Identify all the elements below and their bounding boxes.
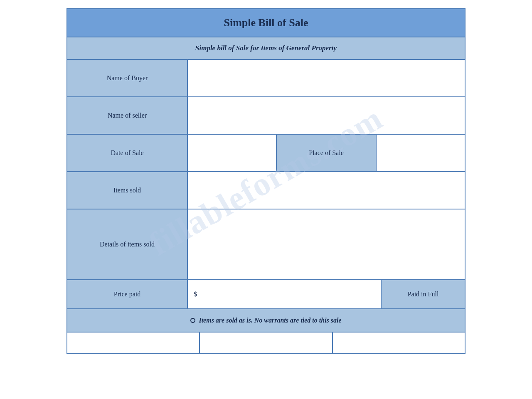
details-label-cell: Details of items sold <box>67 209 188 279</box>
signature-cell-1[interactable] <box>67 332 200 353</box>
date-input-cell[interactable] <box>188 135 277 171</box>
seller-input-cell[interactable] <box>188 97 465 134</box>
footer-notice-section: Items are sold as is. No warrants are ti… <box>67 309 465 332</box>
paid-full-label: Paid in Full <box>408 291 439 298</box>
buyer-label-cell: Name of Buyer <box>67 60 188 96</box>
items-label-cell: Items sold <box>67 172 188 209</box>
seller-label-cell: Name of seller <box>67 97 188 134</box>
place-input-cell[interactable] <box>377 135 465 171</box>
signature-cell-2[interactable] <box>200 332 332 353</box>
footer-notice-text: Items are sold as is. No warrants are ti… <box>199 317 341 324</box>
bill-of-sale-form: fillableforms.com Simple Bill of Sale Si… <box>66 8 466 354</box>
date-label-cell: Date of Sale <box>67 135 188 171</box>
place-label: Place of Sale <box>309 149 344 157</box>
price-input-cell[interactable]: $ <box>188 280 382 308</box>
items-label: Items sold <box>113 187 141 194</box>
place-label-cell: Place of Sale <box>277 135 377 171</box>
form-title-section: Simple Bill of Sale <box>67 9 465 37</box>
circle-icon <box>190 318 195 323</box>
form-subtitle: Simple bill of Sale for Items of General… <box>195 44 337 52</box>
details-row: Details of items sold <box>67 209 465 280</box>
form-subtitle-section: Simple bill of Sale for Items of General… <box>67 37 465 60</box>
buyer-label: Name of Buyer <box>107 74 148 82</box>
price-label: Price paid <box>114 291 140 298</box>
price-row: Price paid $ Paid in Full <box>67 280 465 309</box>
items-input-cell[interactable] <box>188 172 465 209</box>
paid-full-cell: Paid in Full <box>382 280 465 308</box>
seller-label: Name of seller <box>108 112 147 119</box>
details-label: Details of items sold <box>100 241 155 248</box>
items-row: Items sold <box>67 172 465 209</box>
price-label-cell: Price paid <box>67 280 188 308</box>
signature-cell-3[interactable] <box>333 332 465 353</box>
date-place-row: Date of Sale Place of Sale <box>67 135 465 172</box>
details-input-cell[interactable] <box>188 209 465 279</box>
buyer-row: Name of Buyer <box>67 60 465 97</box>
bottom-signature-row <box>67 332 465 353</box>
buyer-input-cell[interactable] <box>188 60 465 96</box>
seller-row: Name of seller <box>67 97 465 135</box>
currency-symbol: $ <box>194 291 197 298</box>
form-title: Simple Bill of Sale <box>224 17 308 29</box>
date-label: Date of Sale <box>111 149 143 157</box>
